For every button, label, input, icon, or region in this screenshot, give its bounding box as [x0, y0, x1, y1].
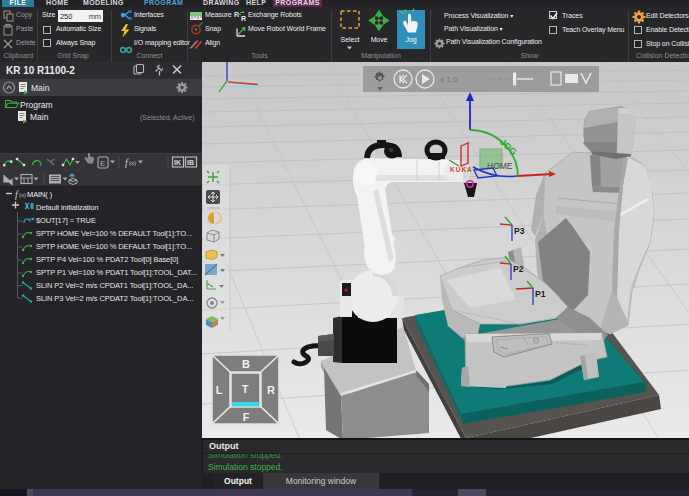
svg-text:B: B — [242, 358, 250, 370]
svg-text:P1: P1 — [535, 289, 546, 299]
svg-text:F: F — [243, 411, 250, 423]
svg-text:HOME: HOME — [487, 161, 513, 171]
svg-text:KUKA: KUKA — [450, 166, 473, 173]
svg-text:IK: IK — [174, 159, 181, 166]
svg-text:(x): (x) — [129, 160, 136, 166]
svg-text:x 1.0: x 1.0 — [440, 75, 458, 84]
svg-text:R: R — [241, 15, 246, 22]
svg-text:IB: IB — [187, 159, 194, 166]
svg-text:P3: P3 — [514, 226, 525, 236]
svg-text:R: R — [267, 384, 275, 396]
svg-text:L: L — [216, 384, 223, 396]
svg-text:T: T — [242, 383, 249, 395]
svg-text:(x): (x) — [19, 192, 26, 198]
svg-text:E: E — [100, 159, 105, 168]
svg-text:P2: P2 — [513, 264, 524, 274]
